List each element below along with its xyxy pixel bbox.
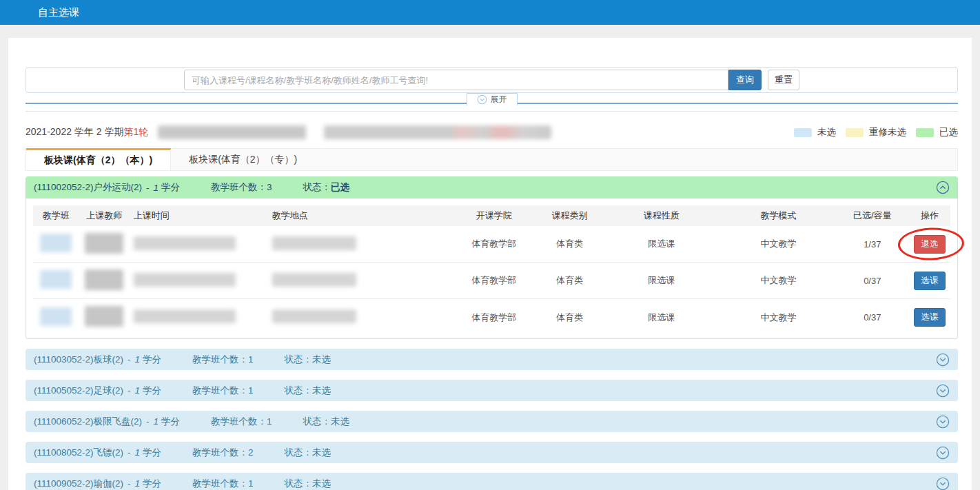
cell-nature: 限选课 xyxy=(602,274,721,287)
class-count: 教学班个数：1 xyxy=(192,385,254,397)
cell-nature: 限选课 xyxy=(602,312,721,324)
retake-swatch xyxy=(846,128,864,137)
chevron-down-icon[interactable] xyxy=(936,415,950,429)
legend-item-retake: 重修未选 xyxy=(846,126,906,139)
redacted-class-id xyxy=(40,270,72,289)
class-count: 教学班个数：1 xyxy=(192,354,254,366)
redacted-teacher xyxy=(85,233,123,254)
redacted-class-id xyxy=(40,234,72,252)
credit-unit: 学分 xyxy=(143,354,161,366)
query-button[interactable]: 查询 xyxy=(728,70,762,90)
main-panel: 查询 重置 展开 2021-2022 学年 2 学期 第1轮 未选 重修未选 xyxy=(8,38,972,490)
cell-capacity: 1/37 xyxy=(836,239,909,249)
dash: - xyxy=(127,385,131,396)
withdraw-button[interactable]: 退选 xyxy=(914,235,946,254)
search-input-group: 查询 重置 xyxy=(184,70,799,90)
class-table: 教学班 上课教师 上课时间 教学地点 开课学院 课程类别 课程性质 教学模式 已… xyxy=(25,198,958,339)
course-panel-frisbee[interactable]: (111006052-2)极限飞盘(2) - 1 学分 教学班个数：1 状态：未… xyxy=(25,411,958,432)
redacted-location xyxy=(272,236,356,250)
course-credit: 1 xyxy=(135,478,141,489)
reset-button[interactable]: 重置 xyxy=(768,70,799,90)
table-header-row: 教学班 上课教师 上课时间 教学地点 开课学院 课程类别 课程性质 教学模式 已… xyxy=(33,205,950,226)
semester-bar: 2021-2022 学年 2 学期 第1轮 未选 重修未选 已选 xyxy=(25,123,958,142)
legend-item-unselected: 未选 xyxy=(794,126,836,139)
legend-label: 重修未选 xyxy=(869,126,906,139)
col-header-time: 上课时间 xyxy=(130,210,263,222)
course-status: 状态：未选 xyxy=(285,385,331,397)
redacted-class-id xyxy=(40,307,72,326)
course-credit: 1 xyxy=(135,385,141,396)
cell-college: 体育教学部 xyxy=(451,238,538,250)
col-header-nature: 课程性质 xyxy=(602,210,721,222)
cell-capacity: 0/37 xyxy=(836,276,909,286)
cell-mode: 中文教学 xyxy=(721,312,835,324)
redacted-student-info xyxy=(158,125,306,139)
credit-unit: 学分 xyxy=(161,416,180,428)
course-credit: 1 xyxy=(154,183,159,193)
redacted-time xyxy=(134,309,236,323)
dash: - xyxy=(146,183,150,193)
cell-category: 体育类 xyxy=(538,274,602,287)
chevron-down-icon[interactable] xyxy=(936,384,950,398)
course-title: (111006052-2)极限飞盘(2) xyxy=(34,416,142,428)
cell-mode: 中文教学 xyxy=(721,274,835,287)
legend-label: 未选 xyxy=(817,126,836,139)
course-panel-expanded: (111002052-2)户外运动(2) - 1 学分 教学班个数：3 状态：已… xyxy=(25,176,958,339)
cell-category: 体育类 xyxy=(538,238,602,250)
search-input[interactable] xyxy=(184,70,728,90)
col-header-action: 操作 xyxy=(909,210,950,222)
app-header: 自主选课 xyxy=(0,0,980,25)
select-button[interactable]: 选课 xyxy=(914,272,946,290)
class-count: 教学班个数：2 xyxy=(192,447,254,459)
tab-pe-undergrad[interactable]: 板块课(体育（2）（本）) xyxy=(26,148,171,170)
col-header-mode: 教学模式 xyxy=(721,210,835,222)
cell-category: 体育类 xyxy=(538,312,602,324)
selected-swatch xyxy=(916,128,934,137)
select-button[interactable]: 选课 xyxy=(914,308,946,327)
cell-nature: 限选课 xyxy=(602,238,721,250)
course-status: 状态：未选 xyxy=(285,354,331,366)
tab-pe-vocational[interactable]: 板块课(体育（2）（专）) xyxy=(171,149,315,170)
course-panel-soccer[interactable]: (111005052-2)足球(2) - 1 学分 教学班个数：1 状态：未选 xyxy=(25,380,958,401)
category-tabs: 板块课(体育（2）（本）) 板块课(体育（2）（专）) xyxy=(25,148,958,171)
expand-toggle[interactable]: 展开 xyxy=(467,93,518,105)
legend-label: 已选 xyxy=(939,126,958,139)
col-header-college: 开课学院 xyxy=(451,210,538,222)
legend-item-selected: 已选 xyxy=(916,126,958,139)
course-panel-yoga[interactable]: (111009052-2)瑜伽(2) - 1 学分 教学班个数：1 状态：未选 xyxy=(25,473,958,490)
round-label: 第1轮 xyxy=(123,126,148,139)
course-title: (111008052-2)飞镖(2) xyxy=(34,447,123,459)
course-status: 状态：未选 xyxy=(285,447,331,459)
credit-unit: 学分 xyxy=(143,385,161,397)
course-title: (111003052-2)板球(2) xyxy=(34,354,123,366)
class-row: 体育教学部 体育类 限选课 中文教学 0/37 选课 xyxy=(33,299,950,336)
dash: - xyxy=(146,416,150,427)
course-title: (111005052-2)足球(2) xyxy=(34,385,123,397)
chevron-down-icon[interactable] xyxy=(936,446,950,460)
page-title: 自主选课 xyxy=(38,6,79,19)
chevron-up-icon[interactable] xyxy=(936,181,950,194)
course-status: 状态：已选 xyxy=(303,181,350,194)
dash: - xyxy=(127,447,131,458)
col-header-class: 教学班 xyxy=(33,210,79,222)
credit-unit: 学分 xyxy=(143,447,161,459)
expand-label: 展开 xyxy=(491,94,507,105)
course-status: 状态：未选 xyxy=(285,478,331,490)
cell-capacity: 0/37 xyxy=(836,312,909,323)
dash: - xyxy=(127,354,131,365)
chevron-down-icon[interactable] xyxy=(936,353,950,367)
chevron-down-icon[interactable] xyxy=(936,477,950,490)
col-header-location: 教学地点 xyxy=(263,210,451,222)
dash: - xyxy=(127,478,131,489)
col-header-capacity: 已选/容量 xyxy=(836,210,909,222)
class-count: 教学班个数：1 xyxy=(192,478,254,490)
course-panel-darts[interactable]: (111008052-2)飞镖(2) - 1 学分 教学班个数：2 状态：未选 xyxy=(25,442,958,463)
course-credit: 1 xyxy=(135,447,141,458)
course-panel-cricket[interactable]: (111003052-2)板球(2) - 1 学分 教学班个数：1 状态：未选 xyxy=(25,349,958,370)
filter-collapse-bar: 展开 xyxy=(25,93,958,104)
redacted-location xyxy=(272,273,356,287)
course-credit: 1 xyxy=(154,416,159,427)
class-row: 体育教学部 体育类 限选课 中文教学 1/37 退选 xyxy=(33,226,950,263)
course-header-selected[interactable]: (111002052-2)户外运动(2) - 1 学分 教学班个数：3 状态：已… xyxy=(25,176,958,198)
credit-unit: 学分 xyxy=(143,478,161,490)
